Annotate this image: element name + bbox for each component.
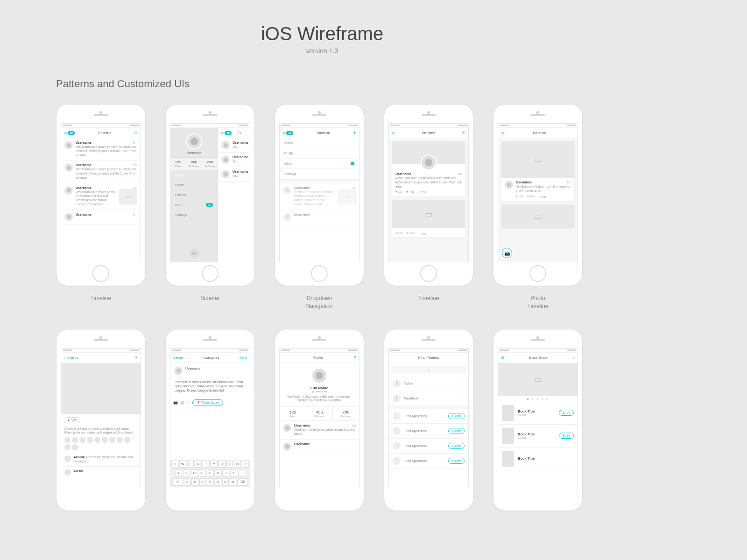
key[interactable]: S — [183, 469, 190, 476]
post-item[interactable]: Username — [280, 440, 359, 454]
compose-button[interactable]: + — [352, 130, 356, 136]
liker-avatars — [61, 437, 141, 453]
menu-button[interactable]: ≡12 — [64, 130, 75, 136]
card-item[interactable]: ▭ ♥ 123👁 456↗ 789 — [392, 200, 465, 238]
phone-sidebar: ≡12 Ti UsernameVe... UsernameVe... Usern… — [165, 104, 255, 286]
friend-row: John Appleseed Follow — [389, 424, 468, 439]
post-item[interactable]: Username1m Vestibulum ante ipsum primis … — [61, 138, 141, 161]
key[interactable]: E — [187, 461, 194, 468]
phone-timeline: ≡12 Timeline + Username1m Vestibulum ant… — [56, 104, 146, 286]
share-button[interactable]: ➤ — [135, 356, 138, 359]
hero-image[interactable]: ▭ — [498, 363, 578, 396]
key[interactable]: W — [179, 461, 186, 468]
sidebar-item-friends[interactable]: Friends — [170, 190, 218, 200]
menu-button[interactable]: ≡12 — [221, 130, 232, 136]
key[interactable]: D — [191, 469, 198, 476]
stat-following[interactable]: 789Following — [333, 407, 359, 420]
page-dots[interactable]: ● ● ● ● ● — [498, 396, 578, 402]
menu-button[interactable]: ≡12 — [282, 130, 293, 136]
dropdown-item-profile[interactable]: Profile — [280, 148, 359, 159]
key[interactable]: K — [230, 469, 237, 476]
sign-button[interactable]: Sign — [190, 249, 199, 258]
key[interactable]: N — [222, 478, 229, 486]
menu-button[interactable]: ≡ — [392, 130, 395, 136]
cancel-button[interactable]: Cancel — [173, 356, 183, 359]
key[interactable]: P — [242, 461, 249, 468]
key[interactable]: L — [238, 469, 245, 476]
phone-bookstore: ≡ Book Store ⌕ ▭ ● ● ● ● ● Book TitleAut… — [493, 329, 583, 511]
settings-icon[interactable]: ⚙ — [353, 356, 356, 359]
key[interactable]: O — [234, 461, 241, 468]
key[interactable]: G — [207, 469, 214, 476]
location-pill[interactable]: 📍 Tokyo, Japan — [192, 399, 223, 406]
key[interactable]: Q — [171, 461, 178, 468]
post-item[interactable]: Username1m Vestibulum ante ipsum primis … — [280, 421, 359, 440]
camera-icon[interactable]: 📷 — [173, 400, 178, 405]
key[interactable]: Z — [184, 478, 190, 486]
dropdown-item-inbox[interactable]: Inbox12 — [280, 159, 359, 169]
search-icon[interactable]: ⌕ — [573, 356, 575, 359]
compose-textarea[interactable]: Praesent id metus massa, ut blandit odio… — [170, 380, 250, 397]
compose-button[interactable]: + — [462, 130, 465, 136]
key[interactable]: U — [218, 461, 226, 468]
connect-twitter[interactable]: 𝕏Twitter › — [389, 376, 468, 391]
key[interactable]: B — [214, 478, 221, 486]
like-badge[interactable]: ♥ 123 — [64, 417, 80, 423]
menu-button[interactable]: ≡ — [501, 130, 504, 136]
photo-card[interactable]: ▭ — [501, 204, 575, 229]
facebook-icon: f — [393, 394, 401, 402]
book-row[interactable]: Book Title — [498, 448, 578, 470]
comment-item[interactable]: Lorem — [61, 466, 141, 478]
dropdown-item-home[interactable]: Home — [280, 138, 359, 148]
phone-timeline-cards: ≡ Timeline + Username1m Vestibulum ante … — [384, 104, 473, 286]
price-button[interactable]: $1.99 — [559, 433, 574, 439]
key[interactable]: I — [226, 461, 233, 468]
mention-icon[interactable]: @ — [181, 400, 184, 405]
key[interactable]: V — [207, 478, 213, 486]
key[interactable]: T — [203, 461, 210, 468]
key[interactable]: M — [230, 478, 236, 486]
chevron-right-icon: › — [463, 396, 465, 400]
book-row[interactable]: Book TitleAuthor $1.99 — [498, 425, 578, 448]
key[interactable]: X — [191, 478, 198, 486]
comment-item[interactable]: Aenean Aenean lacinia bibendum nulla sed… — [61, 453, 141, 466]
price-button[interactable]: $1.99 — [559, 410, 574, 416]
key[interactable]: R — [195, 461, 202, 468]
connect-facebook[interactable]: fFacebook › — [389, 391, 468, 406]
card-item[interactable]: Username1m Vestibulum ante ipsum primis … — [392, 141, 465, 197]
key[interactable]: H — [214, 469, 221, 476]
dropdown-item-settings[interactable]: Settings — [280, 169, 359, 179]
sidebar-panel[interactable]: Username 123Posts 456Followers 789Follow… — [170, 128, 218, 262]
back-button[interactable]: ‹ Timeline — [64, 356, 78, 359]
key[interactable]: Y — [211, 461, 218, 468]
menu-button[interactable]: ≡ — [501, 355, 504, 360]
follow-button[interactable]: Follow — [448, 428, 465, 434]
follow-button[interactable]: Follow — [448, 413, 465, 419]
search-input[interactable]: ⌕ — [392, 366, 465, 373]
key[interactable]: J — [222, 469, 229, 476]
post-item[interactable]: Username1m Vestibulum ante ipsum primis … — [61, 161, 141, 183]
photo-card[interactable]: ▭ Username1m Vestibulum ante ipsum primi… — [501, 141, 575, 202]
follow-button[interactable]: Follow — [448, 443, 465, 449]
book-cover-icon — [502, 405, 514, 421]
stat-posts[interactable]: 123Posts — [280, 407, 306, 420]
follow-button[interactable]: Follow — [448, 458, 465, 464]
book-row[interactable]: Book TitleAuthor $1.99 — [498, 402, 578, 425]
sidebar-item-inbox[interactable]: Inbox12 — [170, 200, 218, 210]
friend-row: John Appleseed Follow — [389, 439, 468, 454]
sidebar-item-settings[interactable]: Settings — [170, 210, 218, 220]
compose-button[interactable]: + — [134, 130, 138, 136]
key[interactable]: C — [199, 478, 206, 486]
send-button[interactable]: Send — [240, 356, 247, 359]
post-item[interactable]: Username1m — [61, 210, 141, 224]
sidebar-item-profile[interactable]: Profile — [170, 180, 218, 190]
camera-fab[interactable]: 📷 — [502, 248, 512, 258]
caption: Sidebar — [200, 294, 219, 302]
keyboard[interactable]: QWERTYUIOP ASDFGHJKL ⇧ZXCVBNM⌫ — [170, 460, 250, 487]
stat-followers[interactable]: 456Followers — [306, 407, 333, 420]
hashtag-icon[interactable]: # — [187, 400, 189, 405]
post-item[interactable]: Username1m Vestibulum ante ipsum primis … — [61, 183, 141, 210]
key[interactable]: A — [175, 469, 182, 476]
key[interactable]: F — [199, 469, 206, 476]
sidebar-item-home[interactable]: Home — [170, 170, 218, 180]
